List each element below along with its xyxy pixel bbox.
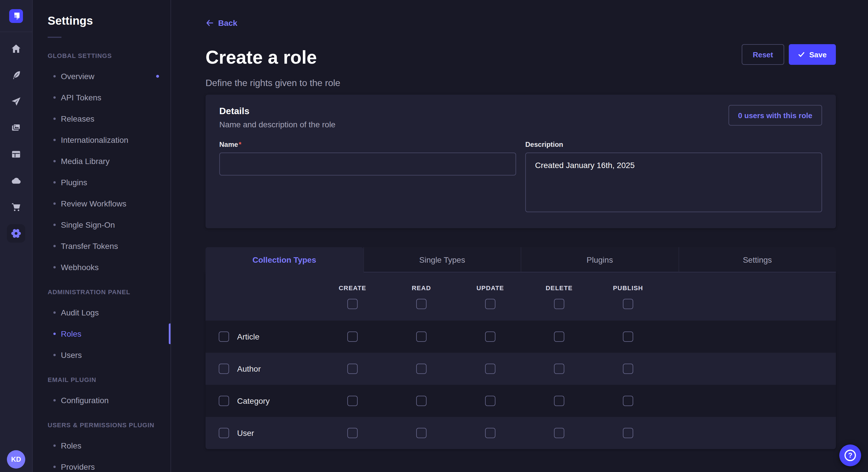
row-label-cell: Author xyxy=(206,364,318,374)
sidebar-item-label: Internationalization xyxy=(61,135,128,144)
permission-article-update-checkbox[interactable] xyxy=(485,332,495,342)
select-all-delete-checkbox[interactable] xyxy=(554,299,564,309)
page-subtitle: Define the rights given to the role xyxy=(206,77,340,89)
name-input[interactable] xyxy=(219,153,516,175)
sidebar-item-label: Providers xyxy=(61,462,95,471)
layout-icon[interactable] xyxy=(9,147,24,162)
permission-category-update-checkbox[interactable] xyxy=(485,396,495,406)
sidebar-item-roles[interactable]: Roles xyxy=(33,435,170,456)
tab-single-types[interactable]: Single Types xyxy=(363,247,521,272)
name-field-group: Name* xyxy=(219,139,516,214)
header-col-delete: DELETE xyxy=(525,272,594,321)
header-spacer xyxy=(206,272,318,321)
permission-author-delete-checkbox[interactable] xyxy=(554,364,564,374)
sidebar-item-overview[interactable]: Overview xyxy=(33,65,170,87)
select-row-article-checkbox[interactable] xyxy=(219,332,229,342)
permission-article-read-checkbox[interactable] xyxy=(416,332,427,342)
sidebar-item-providers[interactable]: Providers xyxy=(33,456,170,472)
tab-collection-types[interactable]: Collection Types xyxy=(206,247,363,272)
sidebar-item-audit-logs[interactable]: Audit Logs xyxy=(33,302,170,323)
name-label: Name* xyxy=(219,140,241,148)
column-label: DELETE xyxy=(546,284,572,291)
description-textarea[interactable]: Created January 16th, 2025 xyxy=(525,153,822,212)
permission-cell xyxy=(525,364,594,374)
permission-article-delete-checkbox[interactable] xyxy=(554,332,564,342)
table-row-author: Author xyxy=(206,353,836,385)
sidebar-item-users[interactable]: Users xyxy=(33,344,170,365)
sidebar-item-label: Roles xyxy=(61,329,82,338)
tab-settings[interactable]: Settings xyxy=(678,247,836,272)
permissions-tabbar: Collection TypesSingle TypesPluginsSetti… xyxy=(206,247,836,272)
back-link[interactable]: Back xyxy=(206,17,237,29)
sidebar-item-media-library[interactable]: Media Library xyxy=(33,150,170,171)
permission-article-create-checkbox[interactable] xyxy=(347,332,358,342)
permission-author-read-checkbox[interactable] xyxy=(416,364,427,374)
sidebar-item-label: Transfer Tokens xyxy=(61,241,118,250)
avatar[interactable]: KD xyxy=(7,450,25,469)
sidebar-item-single-sign-on[interactable]: Single Sign-On xyxy=(33,214,170,235)
bullet-icon xyxy=(53,465,56,468)
sidebar-item-label: Configuration xyxy=(61,396,109,405)
sidebar-item-plugins[interactable]: Plugins xyxy=(33,171,170,193)
select-all-read-checkbox[interactable] xyxy=(416,299,427,309)
permission-author-publish-checkbox[interactable] xyxy=(623,364,633,374)
select-all-update-checkbox[interactable] xyxy=(485,299,495,309)
sidebar-item-releases[interactable]: Releases xyxy=(33,108,170,129)
permission-user-publish-checkbox[interactable] xyxy=(623,428,633,438)
reset-button[interactable]: Reset xyxy=(742,44,784,65)
details-fields: Name* Description Created January 16th, … xyxy=(219,139,822,214)
cart-icon[interactable] xyxy=(9,200,24,214)
permission-category-read-checkbox[interactable] xyxy=(416,396,427,406)
permission-cell xyxy=(594,396,662,406)
select-row-author-checkbox[interactable] xyxy=(219,364,229,374)
bullet-icon xyxy=(53,96,56,98)
sidebar-item-transfer-tokens[interactable]: Transfer Tokens xyxy=(33,235,170,256)
row-label-cell: Article xyxy=(206,332,318,342)
page-header: Create a role Define the rights given to… xyxy=(206,29,836,89)
select-row-user-checkbox[interactable] xyxy=(219,428,229,438)
permission-category-delete-checkbox[interactable] xyxy=(554,396,564,406)
subnav-sections: GLOBAL SETTINGSOverviewAPI TokensRelease… xyxy=(33,52,170,472)
sidebar-item-api-tokens[interactable]: API Tokens xyxy=(33,87,170,108)
tab-plugins[interactable]: Plugins xyxy=(521,247,678,272)
permission-user-delete-checkbox[interactable] xyxy=(554,428,564,438)
permission-author-update-checkbox[interactable] xyxy=(485,364,495,374)
permission-user-create-checkbox[interactable] xyxy=(347,428,358,438)
permission-cell xyxy=(318,428,387,438)
sidebar-item-internationalization[interactable]: Internationalization xyxy=(33,129,170,150)
users-with-role-button[interactable]: 0 users with this role xyxy=(728,105,822,126)
description-field-group: Description Created January 16th, 2025 xyxy=(525,139,822,214)
save-button[interactable]: Save xyxy=(788,44,836,65)
bullet-icon xyxy=(53,245,56,247)
permission-cell xyxy=(318,332,387,342)
permission-cell xyxy=(456,428,525,438)
sidebar-item-review-workflows[interactable]: Review Workflows xyxy=(33,193,170,214)
subnav-section: ADMINISTRATION PANELAudit LogsRolesUsers xyxy=(33,288,170,365)
details-title: Details xyxy=(219,105,336,117)
permission-article-publish-checkbox[interactable] xyxy=(623,332,633,342)
details-card-header: Details Name and description of the role… xyxy=(219,105,822,130)
bullet-icon xyxy=(53,332,56,335)
permission-user-update-checkbox[interactable] xyxy=(485,428,495,438)
strapi-logo[interactable] xyxy=(9,9,23,23)
permission-cell xyxy=(594,364,662,374)
sidebar-item-webhooks[interactable]: Webhooks xyxy=(33,256,170,278)
home-icon[interactable] xyxy=(9,41,24,56)
sidebar-item-configuration[interactable]: Configuration xyxy=(33,390,170,411)
feather-icon[interactable] xyxy=(9,68,24,82)
gear-icon[interactable] xyxy=(7,224,25,243)
help-button[interactable]: ? xyxy=(839,444,861,466)
select-all-create-checkbox[interactable] xyxy=(347,299,358,309)
select-row-category-checkbox[interactable] xyxy=(219,396,229,406)
cloud-icon[interactable] xyxy=(9,173,24,188)
sidebar-item-label: Webhooks xyxy=(61,262,99,272)
bullet-icon xyxy=(53,353,56,356)
permission-category-publish-checkbox[interactable] xyxy=(623,396,633,406)
paper-plane-icon[interactable] xyxy=(9,94,24,109)
permission-author-create-checkbox[interactable] xyxy=(347,364,358,374)
images-icon[interactable] xyxy=(9,121,24,135)
permission-category-create-checkbox[interactable] xyxy=(347,396,358,406)
permission-user-read-checkbox[interactable] xyxy=(416,428,427,438)
sidebar-item-roles[interactable]: Roles xyxy=(33,323,170,344)
select-all-publish-checkbox[interactable] xyxy=(623,299,633,309)
